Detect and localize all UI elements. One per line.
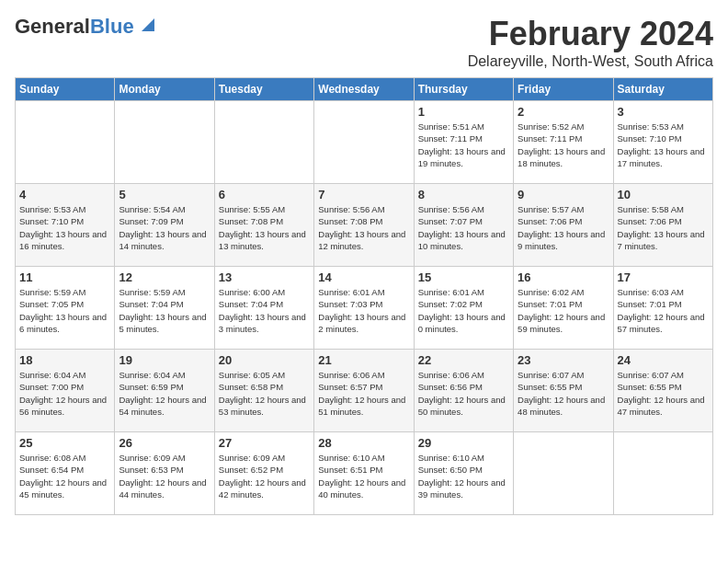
calendar-cell: 10Sunrise: 5:58 AMSunset: 7:06 PMDayligh… (613, 184, 712, 267)
weekday-header-row: SundayMondayTuesdayWednesdayThursdayFrid… (16, 78, 713, 101)
calendar-cell: 4Sunrise: 5:53 AMSunset: 7:10 PMDaylight… (16, 184, 115, 267)
day-info: Sunrise: 6:06 AMSunset: 6:56 PMDaylight:… (418, 369, 509, 418)
day-info: Sunrise: 5:59 AMSunset: 7:04 PMDaylight:… (119, 286, 210, 335)
calendar-cell: 20Sunrise: 6:05 AMSunset: 6:58 PMDayligh… (214, 350, 313, 432)
day-info: Sunrise: 5:53 AMSunset: 7:10 PMDaylight:… (618, 121, 709, 169)
day-info: Sunrise: 5:58 AMSunset: 7:06 PMDaylight:… (618, 203, 709, 252)
calendar-cell (214, 101, 313, 184)
calendar-cell: 5Sunrise: 5:54 AMSunset: 7:09 PMDaylight… (115, 184, 214, 267)
calendar-cell: 25Sunrise: 6:08 AMSunset: 6:54 PMDayligh… (16, 432, 115, 515)
day-number: 28 (318, 436, 409, 450)
calendar-cell: 26Sunrise: 6:09 AMSunset: 6:53 PMDayligh… (115, 432, 214, 515)
day-info: Sunrise: 6:04 AMSunset: 6:59 PMDaylight:… (119, 369, 210, 418)
title-area: February 2024 Delareyville, North-West, … (468, 15, 713, 70)
calendar-cell: 14Sunrise: 6:01 AMSunset: 7:03 PMDayligh… (314, 267, 414, 350)
calendar-cell: 27Sunrise: 6:09 AMSunset: 6:52 PMDayligh… (214, 432, 313, 515)
day-info: Sunrise: 6:05 AMSunset: 6:58 PMDaylight:… (219, 369, 310, 418)
day-number: 3 (618, 105, 709, 119)
day-info: Sunrise: 6:07 AMSunset: 6:55 PMDaylight:… (518, 369, 609, 418)
day-info: Sunrise: 6:10 AMSunset: 6:51 PMDaylight:… (318, 452, 409, 500)
calendar-cell: 3Sunrise: 5:53 AMSunset: 7:10 PMDaylight… (613, 101, 712, 184)
day-info: Sunrise: 5:54 AMSunset: 7:09 PMDaylight:… (119, 203, 210, 252)
calendar-cell: 12Sunrise: 5:59 AMSunset: 7:04 PMDayligh… (115, 267, 214, 350)
calendar-cell: 18Sunrise: 6:04 AMSunset: 7:00 PMDayligh… (16, 350, 115, 432)
day-info: Sunrise: 5:55 AMSunset: 7:08 PMDaylight:… (219, 203, 310, 252)
day-number: 15 (418, 270, 509, 284)
day-info: Sunrise: 6:06 AMSunset: 6:57 PMDaylight:… (318, 369, 409, 418)
logo-blue: Blue (90, 15, 134, 38)
calendar-cell: 23Sunrise: 6:07 AMSunset: 6:55 PMDayligh… (514, 350, 613, 432)
day-number: 8 (418, 188, 509, 201)
day-number: 13 (219, 270, 310, 284)
day-info: Sunrise: 6:04 AMSunset: 7:00 PMDaylight:… (19, 369, 110, 418)
month-title: February 2024 (468, 15, 713, 53)
logo-text: GeneralBlue (15, 17, 134, 37)
logo-general: General (15, 15, 90, 38)
calendar-cell: 19Sunrise: 6:04 AMSunset: 6:59 PMDayligh… (115, 350, 214, 432)
day-info: Sunrise: 6:08 AMSunset: 6:54 PMDaylight:… (19, 452, 110, 500)
day-info: Sunrise: 6:01 AMSunset: 7:02 PMDaylight:… (418, 286, 509, 335)
day-info: Sunrise: 6:10 AMSunset: 6:50 PMDaylight:… (418, 452, 509, 500)
day-number: 4 (19, 188, 110, 201)
calendar-cell: 8Sunrise: 5:56 AMSunset: 7:07 PMDaylight… (414, 184, 513, 267)
logo: GeneralBlue (15, 15, 158, 39)
calendar-cell: 13Sunrise: 6:00 AMSunset: 7:04 PMDayligh… (214, 267, 313, 350)
day-number: 7 (318, 188, 409, 201)
day-number: 6 (219, 188, 310, 201)
day-number: 20 (219, 353, 310, 367)
day-number: 17 (618, 270, 709, 284)
day-info: Sunrise: 5:57 AMSunset: 7:06 PMDaylight:… (518, 203, 609, 252)
day-number: 14 (318, 270, 409, 284)
day-info: Sunrise: 6:00 AMSunset: 7:04 PMDaylight:… (219, 286, 310, 335)
calendar-cell (613, 432, 712, 515)
calendar-cell: 15Sunrise: 6:01 AMSunset: 7:02 PMDayligh… (414, 267, 513, 350)
weekday-header-monday: Monday (115, 78, 214, 101)
calendar-cell: 2Sunrise: 5:52 AMSunset: 7:11 PMDaylight… (514, 101, 613, 184)
header: GeneralBlue February 2024 Delareyville, … (15, 15, 713, 70)
week-row-4: 18Sunrise: 6:04 AMSunset: 7:00 PMDayligh… (16, 350, 713, 432)
calendar-table: SundayMondayTuesdayWednesdayThursdayFrid… (15, 77, 713, 515)
weekday-header-sunday: Sunday (16, 78, 115, 101)
calendar-cell: 21Sunrise: 6:06 AMSunset: 6:57 PMDayligh… (314, 350, 414, 432)
day-info: Sunrise: 5:52 AMSunset: 7:11 PMDaylight:… (518, 121, 609, 169)
day-info: Sunrise: 6:03 AMSunset: 7:01 PMDaylight:… (618, 286, 709, 335)
day-number: 1 (418, 105, 509, 119)
calendar-cell (16, 101, 115, 184)
day-number: 5 (119, 188, 210, 201)
day-number: 29 (418, 436, 509, 450)
calendar-cell: 11Sunrise: 5:59 AMSunset: 7:05 PMDayligh… (16, 267, 115, 350)
calendar-cell (514, 432, 613, 515)
weekday-header-friday: Friday (514, 78, 613, 101)
day-number: 12 (119, 270, 210, 284)
day-number: 25 (19, 436, 110, 450)
calendar-cell: 9Sunrise: 5:57 AMSunset: 7:06 PMDaylight… (514, 184, 613, 267)
day-number: 9 (518, 188, 609, 201)
calendar-cell (314, 101, 414, 184)
day-info: Sunrise: 6:07 AMSunset: 6:55 PMDaylight:… (618, 369, 709, 418)
day-info: Sunrise: 6:02 AMSunset: 7:01 PMDaylight:… (518, 286, 609, 335)
day-number: 22 (418, 353, 509, 367)
calendar-cell: 22Sunrise: 6:06 AMSunset: 6:56 PMDayligh… (414, 350, 513, 432)
day-info: Sunrise: 5:51 AMSunset: 7:11 PMDaylight:… (418, 121, 509, 169)
day-info: Sunrise: 5:59 AMSunset: 7:05 PMDaylight:… (19, 286, 110, 335)
day-number: 26 (119, 436, 210, 450)
day-number: 2 (518, 105, 609, 119)
day-number: 18 (19, 353, 110, 367)
day-info: Sunrise: 5:56 AMSunset: 7:07 PMDaylight:… (418, 203, 509, 252)
day-info: Sunrise: 6:09 AMSunset: 6:53 PMDaylight:… (119, 452, 210, 500)
calendar-cell: 17Sunrise: 6:03 AMSunset: 7:01 PMDayligh… (613, 267, 712, 350)
day-info: Sunrise: 6:09 AMSunset: 6:52 PMDaylight:… (219, 452, 310, 500)
day-number: 23 (518, 353, 609, 367)
day-info: Sunrise: 5:53 AMSunset: 7:10 PMDaylight:… (19, 203, 110, 252)
svg-marker-0 (142, 18, 154, 31)
calendar-cell: 28Sunrise: 6:10 AMSunset: 6:51 PMDayligh… (314, 432, 414, 515)
calendar-cell: 1Sunrise: 5:51 AMSunset: 7:11 PMDaylight… (414, 101, 513, 184)
day-number: 16 (518, 270, 609, 284)
weekday-header-thursday: Thursday (414, 78, 513, 101)
calendar-cell: 24Sunrise: 6:07 AMSunset: 6:55 PMDayligh… (613, 350, 712, 432)
logo-icon (138, 15, 158, 35)
calendar-cell: 7Sunrise: 5:56 AMSunset: 7:08 PMDaylight… (314, 184, 414, 267)
day-number: 11 (19, 270, 110, 284)
calendar-cell: 16Sunrise: 6:02 AMSunset: 7:01 PMDayligh… (514, 267, 613, 350)
calendar-cell (115, 101, 214, 184)
